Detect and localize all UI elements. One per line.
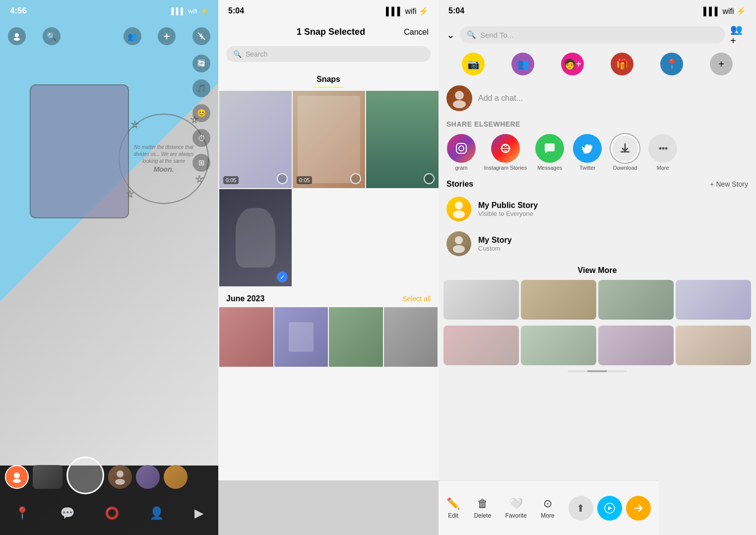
cancel-button[interactable]: Cancel: [404, 28, 429, 37]
wifi-icon-m: wifi: [405, 7, 416, 15]
public-story-text: My Public Story Visible to Everyone: [478, 201, 538, 217]
june-thumb-2[interactable]: [274, 307, 328, 367]
share-download-item[interactable]: Download: [610, 134, 640, 171]
send-snap-button[interactable]: [597, 496, 622, 521]
bitmoji-thumb[interactable]: [5, 465, 29, 489]
status-time-middle: 5:04: [228, 6, 244, 15]
recent-thumb-2[interactable]: [108, 465, 132, 489]
music-icon[interactable]: 🎵: [192, 79, 210, 97]
snap-select-selfie[interactable]: ✓: [277, 271, 288, 282]
send-arrow-button[interactable]: [626, 496, 651, 521]
signal-icon-r: ▌▌▌: [703, 7, 720, 15]
bottom-thumb-4[interactable]: [676, 280, 751, 320]
bottom-thumb-6[interactable]: [521, 326, 596, 365]
svg-point-14: [115, 479, 125, 485]
new-story-button[interactable]: + New Story: [710, 180, 748, 188]
svg-point-16: [455, 91, 464, 100]
send-to-search-bar[interactable]: 🔍 Send To...: [460, 26, 725, 43]
june-thumb-1[interactable]: [219, 307, 273, 367]
friends-nav-icon[interactable]: 👤: [149, 506, 164, 520]
flash-x-icon[interactable]: [192, 27, 210, 45]
camera-quick-icon[interactable]: 📷: [462, 53, 485, 75]
june-thumb-3[interactable]: [329, 307, 383, 367]
wifi-icon-r: wifi: [722, 7, 734, 15]
public-story-avatar: [446, 197, 471, 221]
snap-selfie[interactable]: ✓: [219, 189, 292, 286]
recent-thumb-3[interactable]: [136, 465, 160, 489]
more-action[interactable]: ⊙ More: [541, 497, 554, 519]
snap-thumb-1[interactable]: 0:05: [219, 91, 292, 188]
chat-suggestion[interactable]: Add a chat...: [439, 80, 756, 116]
svg-point-11: [14, 472, 20, 478]
share-instagram-item[interactable]: Instagram Stories: [484, 134, 527, 171]
search-icon[interactable]: 🔍: [43, 27, 61, 45]
svg-point-12: [13, 479, 21, 483]
june-thumb-4[interactable]: [384, 307, 438, 367]
battery-icon-m: ⚡: [419, 7, 429, 15]
share-twitter-item[interactable]: Twitter: [572, 134, 602, 171]
snaps-section-label: Snaps: [218, 70, 439, 87]
map-nav-icon[interactable]: 📍: [15, 506, 30, 520]
status-time-left: 4:56: [10, 6, 27, 16]
snap-thumb-3[interactable]: [366, 91, 439, 188]
delete-action[interactable]: 🗑 Delete: [474, 497, 491, 519]
chevron-down-icon[interactable]: ⌄: [446, 29, 455, 41]
lens-icon[interactable]: 😊: [192, 104, 210, 122]
stories-section-header: Stories + New Story: [439, 175, 756, 192]
upload-button[interactable]: ⬆: [568, 496, 593, 521]
more-share-icon: [648, 134, 677, 163]
add-friend-button[interactable]: 👥+: [730, 26, 748, 44]
bottom-thumb-7[interactable]: [598, 326, 674, 365]
my-public-story-item[interactable]: My Public Story Visible to Everyone: [439, 192, 756, 226]
spotlight-nav-icon[interactable]: ▶: [194, 506, 203, 520]
select-all-button[interactable]: Select all: [402, 295, 431, 303]
share-snapchat-item[interactable]: gram: [446, 134, 476, 171]
friends-icon[interactable]: 👥: [124, 27, 141, 45]
share-more-item[interactable]: More: [648, 134, 678, 171]
top-icons-row: 🔍 👥: [0, 27, 218, 45]
snap-select-3[interactable]: [424, 173, 435, 184]
snaps-label-underline: [314, 87, 343, 88]
gift-quick-icon[interactable]: 🎁: [611, 53, 633, 75]
chat-nav-icon[interactable]: 💬: [60, 506, 75, 520]
status-icons-right: ▌▌▌ wifi ⚡: [703, 6, 746, 16]
bottom-thumb-8[interactable]: [676, 326, 751, 365]
snap-thumb-2[interactable]: 0:05: [293, 91, 365, 188]
snap-select-1[interactable]: [277, 173, 288, 184]
bottom-thumb-5[interactable]: [443, 326, 519, 365]
bottom-thumb-3[interactable]: [598, 280, 674, 320]
location-quick-icon[interactable]: 📍: [660, 53, 683, 75]
avatar-icon[interactable]: [8, 27, 26, 45]
search-icon-m: 🔍: [233, 50, 242, 58]
camera-nav-icon[interactable]: ⭕: [105, 506, 120, 520]
add-story-icon[interactable]: [158, 27, 176, 45]
twitter-share-icon: [573, 134, 602, 163]
battery-icon: ⚡: [200, 7, 208, 15]
plus-quick-icon[interactable]: +: [710, 53, 733, 75]
snap-search-bar[interactable]: 🔍 Search: [226, 46, 431, 62]
my-custom-story-item[interactable]: My Story Custom: [439, 226, 756, 261]
status-icons-middle: ▌▌▌ wifi ⚡: [386, 6, 429, 16]
share-icons-row: gram Instagram Stories Messages Twitter: [439, 130, 756, 175]
edit-action[interactable]: ✏️ Edit: [446, 497, 460, 519]
favorite-action[interactable]: 🤍 Favorite: [505, 497, 526, 519]
bottom-thumbs-grid-2: [439, 324, 756, 367]
recent-thumb-1[interactable]: [33, 465, 63, 489]
group-quick-icon[interactable]: 👥: [511, 53, 534, 75]
snapchat-share-label: gram: [455, 165, 467, 171]
view-more-label[interactable]: View More: [439, 261, 756, 278]
capture-button[interactable]: [66, 457, 104, 494]
camera-flip-icon[interactable]: 🔄: [192, 55, 210, 72]
camera-bottom-bar: 📍 💬 ⭕ 👤 ▶: [0, 466, 218, 535]
grid-icon[interactable]: ⊞: [192, 154, 210, 172]
add-friend-quick-icon[interactable]: 🧑+: [561, 53, 584, 75]
download-share-icon: [611, 134, 639, 163]
bottom-thumb-1[interactable]: [443, 280, 519, 320]
svg-rect-18: [456, 143, 466, 153]
snap-select-2[interactable]: [350, 173, 361, 184]
messages-share-icon: [535, 134, 564, 163]
share-messages-item[interactable]: Messages: [535, 134, 565, 171]
bottom-thumb-2[interactable]: [521, 280, 596, 320]
timer-icon[interactable]: ⏱: [192, 129, 210, 147]
recent-thumb-4[interactable]: [164, 465, 188, 489]
